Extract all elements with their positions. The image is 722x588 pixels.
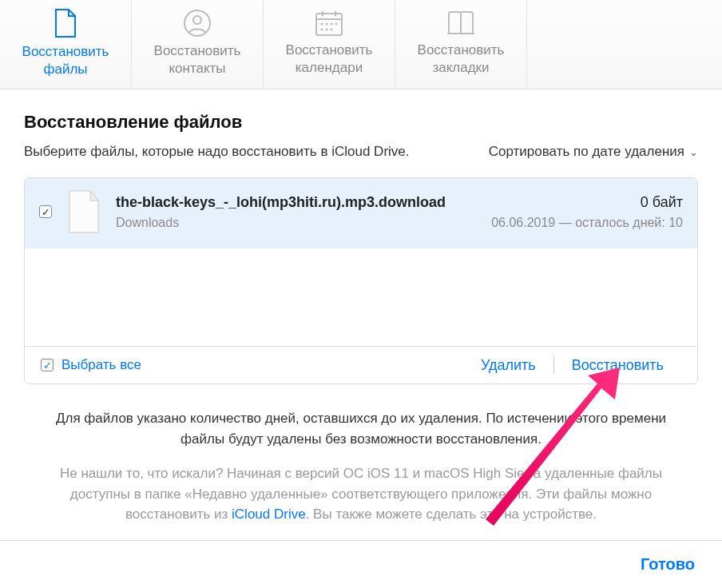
tab-restore-calendars[interactable]: Восстановить календари [264,0,395,89]
select-all[interactable]: Выбрать все [41,357,141,373]
sort-dropdown[interactable]: Сортировать по дате удаления ⌄ [489,144,698,160]
svg-point-1 [193,16,201,24]
file-date-info: 06.06.2019 — осталось дней: 10 [491,216,683,230]
file-size: 0 байт [491,194,683,211]
chevron-down-icon: ⌄ [689,146,698,158]
svg-rect-2 [316,14,342,35]
sort-label: Сортировать по дате удаления [489,144,684,160]
tab-bar: Восстановить файлы Восстановить контакты [0,0,722,89]
tab-label: Восстановить календари [286,42,373,76]
contact-icon [183,9,212,38]
page-title: Восстановление файлов [24,112,698,133]
bottom-bar: Готово [0,540,722,588]
restore-button[interactable]: Восстановить [554,357,681,374]
calendar-icon [314,10,344,37]
tab-label: Восстановить закладки [418,42,505,76]
document-icon [65,189,103,234]
file-row[interactable]: the-black-keys_-_lohi(mp3hiti.ru).mp3.do… [25,178,697,248]
file-icon [54,8,77,38]
file-location: Downloads [116,216,478,230]
footer-info-help: Не нашли то, что искали? Начиная с верси… [56,463,666,525]
action-bar: Выбрать все Удалить Восстановить [25,347,697,383]
footer-info-deletion: Для файлов указано количество дней, оста… [56,408,666,449]
tab-label: Восстановить контакты [154,42,241,77]
tab-restore-bookmarks[interactable]: Восстановить закладки [395,0,527,89]
content-area: Восстановление файлов Выберите файлы, ко… [0,89,722,525]
tab-restore-contacts[interactable]: Восстановить контакты [132,0,264,89]
icloud-drive-link[interactable]: iCloud Drive [232,507,306,522]
footer-text: Для файлов указано количество дней, оста… [24,408,698,525]
delete-button[interactable]: Удалить [463,357,553,374]
tab-restore-files[interactable]: Восстановить файлы [0,0,132,89]
bookmark-icon [446,10,476,37]
done-button[interactable]: Готово [641,555,695,574]
file-restore-panel: the-black-keys_-_lohi(mp3hiti.ru).mp3.do… [24,177,698,384]
footer-help-part2: . Вы также можете сделать это на устройс… [306,507,597,522]
instruction-text: Выберите файлы, которые надо восстановит… [24,144,410,160]
select-all-label: Выбрать все [61,357,141,373]
file-checkbox[interactable] [39,205,52,218]
file-name: the-black-keys_-_lohi(mp3hiti.ru).mp3.do… [116,194,478,211]
tab-label: Восстановить файлы [22,43,109,77]
select-all-checkbox[interactable] [41,359,54,371]
